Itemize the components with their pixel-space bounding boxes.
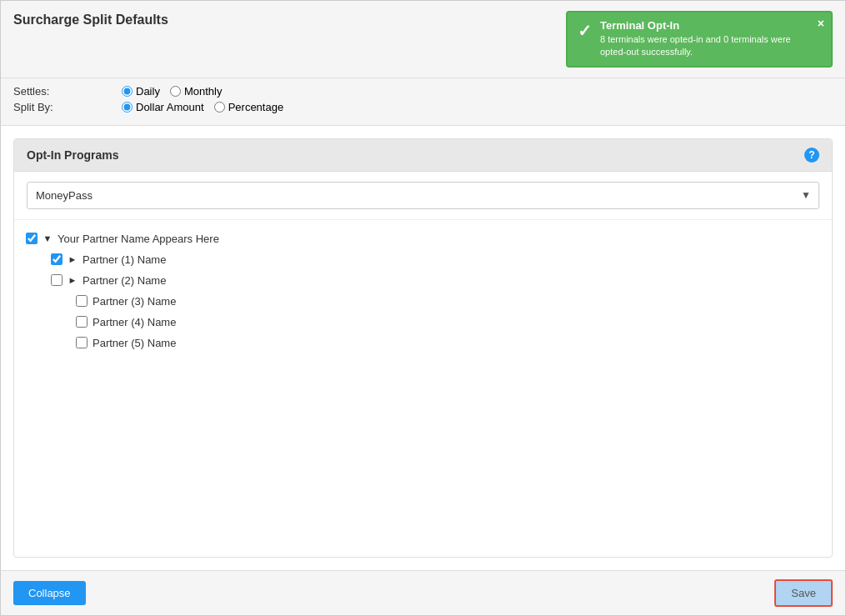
split-by-radio-group: Dollar Amount Percentage: [122, 101, 283, 113]
opt-in-section: Opt-In Programs ? MoneyPass ▼ ▼ Your: [13, 138, 833, 558]
settles-row: Settles: Daily Monthly: [13, 85, 833, 98]
settings-row: Settles: Daily Monthly Split By: Dollar …: [1, 78, 845, 126]
split-dollar-option[interactable]: Dollar Amount: [122, 101, 204, 113]
tree-child2-expander[interactable]: ►: [68, 275, 78, 285]
tree-leaf5-label: Partner (5) Name: [93, 337, 176, 349]
toast-check-icon: ✓: [578, 21, 592, 41]
footer: Collapse Save: [1, 570, 845, 615]
toast-close-button[interactable]: ×: [818, 18, 824, 29]
settles-monthly-label: Monthly: [184, 85, 223, 98]
split-percentage-label: Percentage: [228, 101, 284, 113]
tree-leaf3-label: Partner (3) Name: [93, 295, 176, 308]
tree-root-checkbox[interactable]: [26, 233, 38, 244]
tree-root-item: ▼ Your Partner Name Appears Here: [23, 228, 823, 249]
dropdown-container: MoneyPass ▼: [14, 172, 832, 220]
tree-child2-label: Partner (2) Name: [83, 274, 166, 287]
split-by-label: Split By:: [13, 101, 122, 113]
tree-leaf5-checkbox[interactable]: [76, 337, 88, 348]
settles-daily-label: Daily: [136, 85, 160, 98]
list-item: Partner (5) Name: [73, 333, 823, 353]
opt-in-header: Opt-In Programs ?: [14, 139, 832, 172]
tree-root-expander[interactable]: ▼: [43, 233, 53, 243]
toast-title: Terminal Opt-In: [600, 19, 806, 32]
tree-leaf4-checkbox[interactable]: [76, 316, 88, 328]
save-button[interactable]: Save: [774, 579, 833, 607]
tree-leaf4-label: Partner (4) Name: [93, 316, 176, 328]
tree-root-label: Your Partner Name Appears Here: [58, 233, 219, 245]
settles-radio-group: Daily Monthly: [122, 85, 222, 98]
settles-monthly-radio[interactable]: [170, 86, 181, 97]
split-percentage-radio[interactable]: [214, 102, 225, 113]
tree-leaf3-checkbox[interactable]: [76, 295, 88, 307]
content-area: Opt-In Programs ? MoneyPass ▼ ▼ Your: [1, 126, 845, 570]
page-title: Surcharge Split Defaults: [13, 11, 168, 28]
tree-child1-label: Partner (1) Name: [83, 253, 166, 266]
main-container: Surcharge Split Defaults ✓ Terminal Opt-…: [0, 0, 846, 616]
collapse-button[interactable]: Collapse: [13, 581, 86, 605]
tree-child1-checkbox[interactable]: [51, 253, 63, 265]
toast-message: 8 terminals were opted-in and 0 terminal…: [600, 33, 806, 59]
opt-in-title: Opt-In Programs: [27, 148, 118, 162]
list-item: Partner (4) Name: [73, 312, 823, 333]
settles-daily-option[interactable]: Daily: [122, 85, 160, 98]
tree-child1-expander[interactable]: ►: [68, 254, 78, 264]
list-item: Partner (3) Name: [73, 291, 823, 312]
list-item: ► Partner (2) Name: [48, 270, 823, 291]
split-dollar-radio[interactable]: [122, 102, 133, 113]
list-item: ► Partner (1) Name: [48, 249, 823, 270]
toast-content: Terminal Opt-In 8 terminals were opted-i…: [600, 19, 806, 59]
tree-child2-checkbox[interactable]: [51, 274, 63, 286]
settles-label: Settles:: [13, 85, 122, 98]
tree-container: ▼ Your Partner Name Appears Here ► Partn…: [14, 220, 832, 557]
settles-monthly-option[interactable]: Monthly: [170, 85, 223, 98]
toast-notification: ✓ Terminal Opt-In 8 terminals were opted…: [566, 11, 833, 68]
split-percentage-option[interactable]: Percentage: [214, 101, 284, 113]
settles-daily-radio[interactable]: [122, 86, 133, 97]
program-dropdown[interactable]: MoneyPass: [27, 182, 819, 209]
help-icon[interactable]: ?: [804, 148, 819, 163]
split-by-row: Split By: Dollar Amount Percentage: [13, 101, 833, 113]
header: Surcharge Split Defaults ✓ Terminal Opt-…: [1, 1, 845, 78]
dropdown-wrapper: MoneyPass ▼: [27, 182, 819, 209]
split-dollar-label: Dollar Amount: [136, 101, 204, 113]
